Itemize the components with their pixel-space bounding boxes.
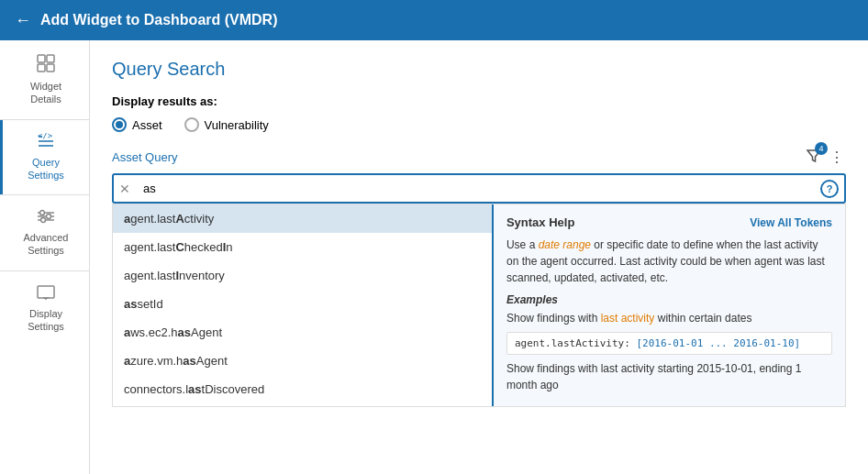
dropdown-item-assetid[interactable]: assetId — [113, 290, 492, 318]
svg-rect-1 — [47, 55, 54, 62]
code-date-range: [2016-01-01 ... 2016-01-10] — [636, 337, 800, 349]
dropdown-list: agent.lastActivity agent.lastCheckedIn a… — [113, 204, 494, 406]
help-icon: ? — [827, 183, 833, 194]
filter-button[interactable]: 4 — [806, 148, 822, 167]
dropdown-item-text: assetId — [124, 297, 163, 311]
main-content: Query Search Display results as: Asset V… — [90, 40, 868, 474]
main-layout: Widget Details </> Query Settings — [0, 40, 868, 474]
example1-highlight: last activity — [601, 312, 655, 325]
autocomplete-dropdown: agent.lastActivity agent.lastCheckedIn a… — [112, 204, 846, 407]
query-settings-icon: </> — [36, 133, 56, 152]
dropdown-item-agent-lastcheckedin[interactable]: agent.lastCheckedIn — [113, 233, 492, 261]
syntax-highlight-date-range: date range — [539, 238, 591, 251]
search-container: ✕ ? — [112, 173, 846, 204]
syntax-help-description: Use a date range or specific date to def… — [506, 237, 832, 286]
advanced-settings-icon — [36, 208, 56, 227]
sidebar: Widget Details </> Query Settings — [0, 40, 90, 474]
syntax-help-panel: Syntax Help View All Tokens Use a date r… — [494, 204, 845, 406]
sidebar-item-widget-details[interactable]: Widget Details — [0, 40, 89, 119]
back-button[interactable]: ← — [15, 11, 31, 30]
example1-text: Show findings with last activity within … — [506, 310, 832, 326]
sidebar-item-display-settings-label: Display Settings — [28, 307, 64, 334]
display-settings-icon — [36, 284, 56, 303]
examples-title: Examples — [506, 293, 832, 306]
example2-text: Show findings with last activity startin… — [506, 360, 832, 393]
display-results-label: Display results as: — [112, 94, 846, 108]
radio-asset-label: Asset — [132, 118, 162, 132]
svg-rect-11 — [38, 286, 54, 298]
display-results-radio-group: Asset Vulnerability — [112, 117, 846, 132]
search-clear-button[interactable]: ✕ — [119, 182, 130, 196]
code-block-1: agent.lastActivity: [2016-01-01 ... 2016… — [506, 332, 832, 355]
svg-point-9 — [47, 215, 51, 219]
svg-rect-2 — [38, 64, 45, 72]
asset-query-row: Asset Query 4 ⋮ — [112, 147, 846, 168]
help-button[interactable]: ? — [820, 180, 839, 198]
sidebar-item-query-settings[interactable]: </> Query Settings — [0, 120, 89, 195]
dropdown-item-agent-lastactivity[interactable]: agent.lastActivity — [113, 204, 492, 233]
filter-badge: 4 — [815, 142, 828, 155]
dropdown-item-normal: gent.lastActivity — [130, 212, 214, 226]
svg-rect-3 — [47, 64, 54, 72]
sidebar-item-advanced-settings-label: Advanced Settings — [24, 231, 69, 258]
dropdown-item-text: agent.lastInventory — [124, 269, 225, 282]
dropdown-item-aws-ec2-hasagent[interactable]: aws.ec2.hasAgent — [113, 318, 492, 347]
more-options-button[interactable]: ⋮ — [828, 147, 846, 168]
sidebar-item-advanced-settings[interactable]: Advanced Settings — [0, 195, 89, 270]
dropdown-item-agent-lastinventory[interactable]: agent.lastInventory — [113, 261, 492, 290]
dropdown-item-text: aws.ec2.hasAgent — [124, 325, 222, 339]
sidebar-item-display-settings[interactable]: Display Settings — [0, 271, 89, 347]
radio-vulnerability-label: Vulnerability — [205, 118, 269, 132]
svg-text:</>: </> — [38, 133, 53, 140]
dropdown-item-text: agent.lastCheckedIn — [124, 240, 233, 254]
app-header: ← Add Widget to Dashboard (VMDR) — [0, 0, 868, 40]
syntax-help-title: Syntax Help — [506, 215, 574, 229]
syntax-help-header: Syntax Help View All Tokens — [506, 215, 832, 229]
dropdown-item-text: azure.vm.hasAgent — [124, 354, 228, 368]
radio-asset[interactable]: Asset — [112, 117, 162, 132]
dropdown-item-connectors-lastdiscovered[interactable]: connectors.lastDiscovered — [113, 375, 492, 403]
asset-query-icons: 4 ⋮ — [806, 147, 846, 168]
view-all-tokens-link[interactable]: View All Tokens — [750, 216, 832, 229]
widget-details-icon — [36, 53, 56, 76]
svg-point-10 — [41, 218, 46, 223]
radio-vulnerability-circle — [184, 117, 199, 132]
sidebar-item-widget-details-label: Widget Details — [30, 80, 61, 106]
dropdown-item-azure-vm-hasagent[interactable]: azure.vm.hasAgent — [113, 347, 492, 375]
search-input[interactable] — [112, 173, 846, 204]
svg-rect-0 — [38, 55, 45, 62]
radio-asset-circle — [112, 117, 127, 132]
page-title: Query Search — [112, 59, 846, 80]
header-title: Add Widget to Dashboard (VMDR) — [40, 12, 278, 28]
radio-vulnerability[interactable]: Vulnerability — [184, 117, 269, 132]
asset-query-label: Asset Query — [112, 150, 178, 164]
sidebar-item-query-settings-label: Query Settings — [28, 156, 64, 182]
svg-point-8 — [40, 211, 45, 215]
dropdown-item-text: connectors.lastDiscovered — [124, 382, 264, 396]
